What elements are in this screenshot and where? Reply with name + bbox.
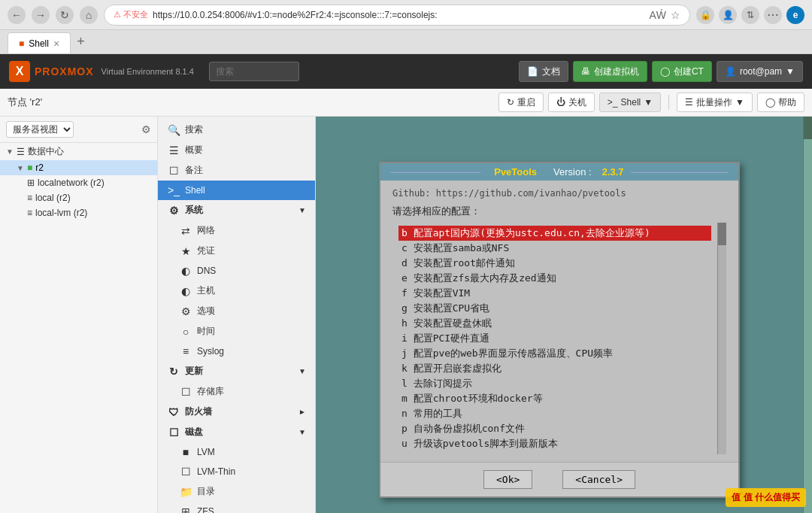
shell-dropdown-icon: ▼ [644,97,653,108]
nav-forward-button[interactable]: → [32,6,50,24]
dialog-option-d[interactable]: d 安装配置root邮件通知 [398,256,711,271]
node-label: 节点 'r2' [8,96,42,109]
dialog-option-f[interactable]: f 安装配置VIM [398,286,711,301]
nav-firewall-section[interactable]: 🛡 防火墙 ► [158,402,315,422]
nav-network[interactable]: ⇄ 网络 [158,220,315,241]
datacenter-tree-item[interactable]: ▼ ☰ 数据中心 [0,143,157,160]
help-button[interactable]: ◯ 帮助 [757,93,804,112]
nav-credentials[interactable]: ★ 凭证 [158,241,315,261]
dialog-title-dashes-right: ────────────── [632,166,729,178]
create-vm-button[interactable]: 🖶 创建虚拟机 [573,61,647,82]
dialog-option-p[interactable]: p 自动备份虚拟机conf文件 [398,421,711,436]
dialog-option-c[interactable]: c 安装配置samba或NFS [398,241,711,256]
bulk-dropdown-icon: ▼ [735,97,744,108]
user-icon: 👤 [725,66,736,77]
credentials-nav-icon: ★ [179,245,192,257]
more-button[interactable]: ⋯ [764,6,782,24]
bulk-ops-button[interactable]: ☰ 批量操作 ▼ [677,93,753,112]
nav-syslog[interactable]: ≡ Syslog [158,341,315,361]
nav-system-section[interactable]: ⚙ 系统 ▼ [158,200,315,220]
nav-host[interactable]: ◐ 主机 [158,281,315,301]
firewall-expand-icon: ► [298,408,306,416]
dialog-option-l[interactable]: l 去除订阅提示 [398,376,711,391]
nav-repositories[interactable]: ☐ 存储库 [158,381,315,402]
active-tab[interactable]: ■ Shell × [8,32,71,53]
create-ct-button[interactable]: ◯ 创建CT [652,61,712,82]
shutdown-button[interactable]: ⏻ 关机 [548,93,595,112]
translate-icon: AẂ [649,9,666,21]
dialog-scrollbar[interactable] [717,223,726,454]
sidebar-gear-icon[interactable]: ⚙ [141,123,151,135]
summary-nav-icon: ☰ [167,144,180,156]
watermark: 值 值 什么值得买 [726,488,806,507]
dialog-option-k[interactable]: k 配置开启嵌套虚拟化 [398,361,711,376]
nav-lvm-thin[interactable]: ☐ LVM-Thin [158,462,315,481]
local-tree-item[interactable]: ≡ local (r2) [0,190,157,205]
updates-nav-icon: ↻ [167,366,180,378]
reset-icon: ↻ [507,97,514,108]
nav-search[interactable]: 🔍 搜索 [158,120,315,140]
dialog-cancel-button[interactable]: <Cancel> [562,470,635,489]
shell-button[interactable]: >_ Shell ▼ [599,93,661,112]
extensions-button[interactable]: 🔒 [696,6,714,24]
dialog-ok-button[interactable]: <Ok> [483,470,532,489]
nav-dns[interactable]: ◐ DNS [158,261,315,281]
nav-home-button[interactable]: ⌂ [80,6,98,24]
profile-button[interactable]: 👤 [719,6,737,24]
sync-button[interactable]: ⇅ [741,6,759,24]
nav-options[interactable]: ⚙ 选项 [158,301,315,321]
dialog-scrollbar-thumb [718,223,726,245]
dialog-option-g[interactable]: g 安装配置CPU省电 [398,301,711,316]
nav-notes[interactable]: ☐ 备注 [158,160,315,181]
docs-button[interactable]: 📄 文档 [519,61,568,82]
nav-directory[interactable]: 📁 目录 [158,481,315,502]
bookmark-icon[interactable]: ☆ [671,9,680,21]
help-icon: ◯ [765,97,775,108]
dialog-option-e[interactable]: e 安装配置zfs最大内存及zed通知 [398,271,711,286]
nav-shell[interactable]: >_ Shell [158,181,315,200]
terminal-area[interactable]: ───────────── PveTools Version : 2.3.7 ─… [316,117,812,513]
view-select[interactable]: 服务器视图 [6,121,74,138]
dialog-option-i[interactable]: i 配置PCI硬件直通 [398,331,711,346]
nav-lvm[interactable]: ■ LVM [158,442,315,462]
monitor-icon: 🖶 [581,66,590,77]
nav-time[interactable]: ○ 时间 [158,321,315,341]
local-lvm-tree-item[interactable]: ≡ local-lvm (r2) [0,205,157,220]
dialog-overlay: ───────────── PveTools Version : 2.3.7 ─… [316,117,803,513]
dialog-option-h[interactable]: h 安装配置硬盘休眠 [398,316,711,331]
dialog-option-j[interactable]: j 配置pve的web界面显示传感器温度、CPU频率 [398,346,711,361]
nav-back-button[interactable]: ← [8,6,26,24]
reset-button[interactable]: ↻ 重启 [498,93,544,112]
search-input[interactable] [209,62,299,81]
dialog-options-area: b 配置apt国内源(更换为ustc.edu.cn,去除企业源等) c 安装配置… [392,223,726,454]
tab-close-button[interactable]: × [53,38,59,50]
new-tab-button[interactable]: + [71,34,91,50]
repositories-nav-icon: ☐ [179,386,192,398]
localnetwork-tree-item[interactable]: ⊞ localnetwork (r2) [0,175,157,190]
nav-zfs[interactable]: ⊞ ZFS [158,502,315,513]
url-text: https://10.0.0.254:8006/#v1:0:=node%2Fr2… [153,10,644,20]
dialog-option-b[interactable]: b 配置apt国内源(更换为ustc.edu.cn,去除企业源等) [398,226,711,241]
nav-disks-section[interactable]: ☐ 磁盘 ▼ [158,422,315,442]
host-nav-icon: ◐ [179,285,192,297]
dialog-option-u[interactable]: u 升级该pvetools脚本到最新版本 [398,436,711,451]
options-nav-icon: ⚙ [179,305,192,317]
network-nav-icon: ⇄ [179,225,192,237]
nav-summary[interactable]: ☰ 概要 [158,140,315,160]
dialog-option-n[interactable]: n 常用的工具 [398,406,711,421]
nav-updates-section[interactable]: ↻ 更新 ▼ [158,361,315,381]
browser-chrome: ← → ↻ ⌂ ⚠ 不安全 https://10.0.0.254:8006/#v… [0,0,812,30]
url-bar[interactable]: ⚠ 不安全 https://10.0.0.254:8006/#v1:0:=nod… [104,5,690,26]
tab-icon: ■ [19,38,24,49]
nav-refresh-button[interactable]: ↻ [56,6,74,24]
docs-icon: 📄 [527,66,538,77]
dialog-title-version: 2.3.7 [602,166,624,178]
localnetwork-icon: ⊞ [27,178,35,188]
user-menu-button[interactable]: 👤 root@pam ▼ [717,61,803,82]
notes-nav-icon: ☐ [167,165,180,177]
node-icon: ■ [27,162,32,173]
zfs-nav-icon: ⊞ [179,505,192,513]
node-tree-item[interactable]: ▼ ■ r2 [0,160,157,175]
dialog-option-m[interactable]: m 配置chroot环境和docker等 [398,391,711,406]
datacenter-icon: ☰ [17,147,25,157]
